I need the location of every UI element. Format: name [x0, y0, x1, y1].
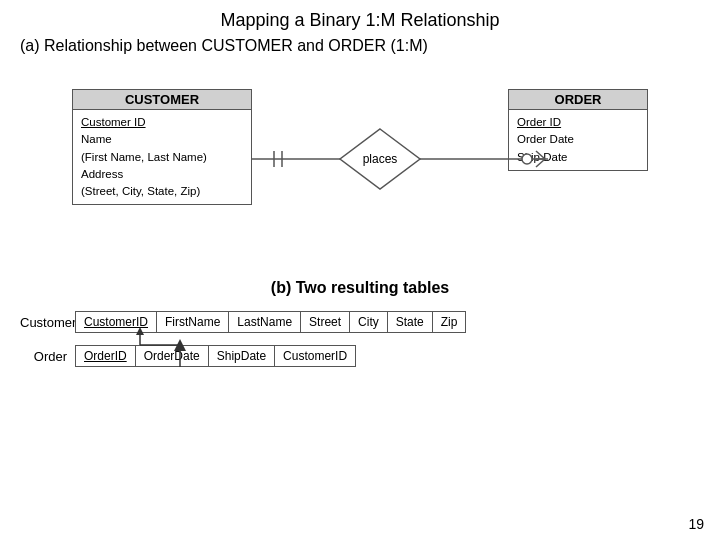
col-customerid: CustomerID	[76, 312, 157, 333]
erd-section: CUSTOMER Customer ID Name (First Name, L…	[20, 69, 700, 269]
col-lastname: LastName	[229, 312, 301, 333]
page: Mapping a Binary 1:M Relationship (a) Re…	[0, 0, 720, 540]
tables-wrapper: (b) Two resulting tables Customer Custom…	[20, 279, 700, 367]
customer-table-label: Customer	[20, 315, 75, 330]
order-table-label: Order	[20, 349, 75, 364]
col-zip: Zip	[432, 312, 466, 333]
col-shipdate: ShipDate	[208, 346, 274, 367]
customer-attr-name: Name	[81, 131, 243, 148]
col-orderdate: OrderDate	[135, 346, 208, 367]
customer-entity-header: CUSTOMER	[73, 90, 251, 110]
customer-attr-id: Customer ID	[81, 114, 243, 131]
svg-text:places: places	[363, 152, 398, 166]
svg-marker-0	[340, 129, 420, 189]
tables-section: Customer CustomerID FirstName LastName S…	[20, 311, 700, 367]
customer-table-row: Customer CustomerID FirstName LastName S…	[20, 311, 700, 333]
main-title: Mapping a Binary 1:M Relationship	[20, 10, 700, 31]
col-city: City	[350, 312, 388, 333]
col-orderid: OrderID	[76, 346, 136, 367]
order-entity-header: ORDER	[509, 90, 647, 110]
col-firstname: FirstName	[157, 312, 229, 333]
customer-table: CustomerID FirstName LastName Street Cit…	[75, 311, 466, 333]
col-street: Street	[301, 312, 350, 333]
order-table: OrderID OrderDate ShipDate CustomerID	[75, 345, 356, 367]
order-table-row: Order OrderID OrderDate ShipDate Custome…	[20, 345, 700, 367]
col-state: State	[387, 312, 432, 333]
customer-entity-attrs: Customer ID Name (First Name, Last Name)…	[73, 110, 251, 204]
customer-attr-address: Address	[81, 166, 243, 183]
customer-attr-name-detail: (First Name, Last Name)	[81, 149, 243, 166]
tables-title: (b) Two resulting tables	[20, 279, 700, 297]
order-attr-ship: Ship Date	[517, 149, 639, 166]
subtitle: (a) Relationship between CUSTOMER and OR…	[20, 37, 700, 55]
col-fk-customerid: CustomerID	[275, 346, 356, 367]
page-number: 19	[688, 516, 704, 532]
order-attr-date: Order Date	[517, 131, 639, 148]
customer-attr-address-detail: (Street, City, State, Zip)	[81, 183, 243, 200]
order-entity-attrs: Order ID Order Date Ship Date	[509, 110, 647, 170]
customer-entity: CUSTOMER Customer ID Name (First Name, L…	[72, 89, 252, 205]
order-attr-id: Order ID	[517, 114, 639, 131]
order-entity: ORDER Order ID Order Date Ship Date	[508, 89, 648, 171]
